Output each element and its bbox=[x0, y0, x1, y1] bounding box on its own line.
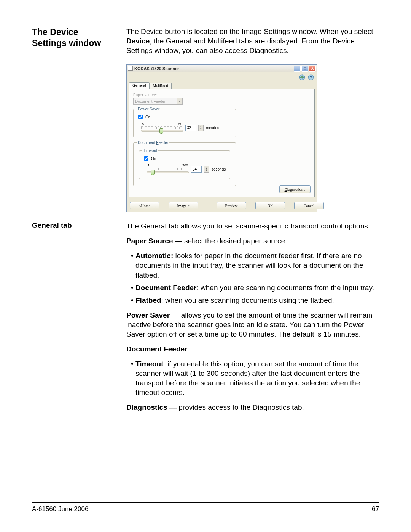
power-saver-value-input[interactable]: 32 bbox=[185, 125, 196, 131]
cancel-button[interactable]: Cancel bbox=[294, 202, 324, 209]
dialog-button-row: < Home Image > Preview OK Cancel bbox=[127, 200, 317, 212]
power-saver-on-label: On bbox=[145, 115, 150, 119]
page-footer: A-61560 June 2006 67 bbox=[32, 502, 379, 513]
chevron-down-icon: ▾ bbox=[177, 98, 182, 104]
bullet-timeout-rest: : if you enable this option, you can set… bbox=[135, 360, 360, 396]
paper-source-desc: Paper Source — select the desired paper … bbox=[126, 236, 379, 246]
general-intro: The General tab allows you to set scanne… bbox=[126, 221, 379, 231]
home-button[interactable]: < Home bbox=[130, 202, 159, 209]
ps-bold: Power Saver bbox=[126, 311, 170, 319]
document-feeder-legend: Document Feeder bbox=[137, 141, 169, 145]
power-saver-spinner[interactable]: ▴▾ bbox=[198, 125, 204, 131]
bullet-auto-bold: Automatic: bbox=[135, 252, 173, 260]
subsection-heading: General tab bbox=[32, 221, 115, 417]
timeout-on-label: On bbox=[151, 157, 156, 161]
power-saver-desc: Power Saver — allows you to set the amou… bbox=[126, 310, 379, 339]
paper-source-bold: Paper Source bbox=[126, 237, 173, 245]
tab-content-panel: Paper source: Document Feeder ▾ Power Sa… bbox=[129, 89, 315, 197]
image-button[interactable]: Image > bbox=[169, 202, 198, 209]
minimize-button[interactable]: _ bbox=[294, 66, 301, 72]
timeout-value-input[interactable]: 34 bbox=[191, 166, 202, 173]
timeout-group: Timeout On 1 300 bbox=[139, 149, 230, 179]
bullet-timeout: Timeout: if you enable this option, you … bbox=[135, 359, 379, 397]
globe-help-icon[interactable]: ? bbox=[307, 73, 315, 81]
document-feeder-heading: Document Feeder bbox=[126, 344, 379, 354]
app-icon bbox=[128, 66, 133, 71]
timeout-slider[interactable] bbox=[147, 168, 189, 175]
footer-doc-id: A-61560 June 2006 bbox=[32, 505, 88, 513]
intro-text-2: , the General and Multifeed tabs are dis… bbox=[126, 37, 355, 54]
window-titlebar: KODAK i1320 Scanner _ □ X bbox=[127, 65, 317, 72]
bullet-document-feeder: Document Feeder: when you are scanning d… bbox=[135, 283, 379, 292]
power-saver-legend: Power Saver bbox=[137, 107, 161, 111]
bullet-fb-rest: : when you are scanning documents using … bbox=[161, 296, 334, 304]
intro-bold: Device bbox=[126, 37, 150, 45]
paper-source-value: Document Feeder bbox=[135, 99, 166, 104]
timeout-spinner[interactable]: ▴▾ bbox=[204, 166, 209, 173]
footer-page-number: 67 bbox=[372, 505, 379, 513]
preview-button[interactable]: Preview bbox=[217, 202, 246, 209]
tab-multifeed[interactable]: Multifeed bbox=[150, 83, 172, 89]
timeout-legend: Timeout bbox=[142, 149, 158, 153]
document-feeder-group: Document Feeder Timeout On 1 bbox=[133, 141, 236, 186]
power-saver-slider-thumb[interactable] bbox=[159, 128, 163, 134]
close-button[interactable]: X bbox=[309, 66, 316, 72]
diagnostics-desc: Diagnostics — provides access to the Dia… bbox=[126, 403, 379, 412]
diag-bold: Diagnostics bbox=[126, 403, 167, 411]
power-saver-slider[interactable] bbox=[141, 126, 183, 133]
globe-left-icon[interactable] bbox=[298, 73, 306, 81]
tab-general[interactable]: General bbox=[129, 82, 150, 89]
body-content: The General tab allows you to set scanne… bbox=[126, 221, 379, 417]
bullet-df-bold: Document Feeder bbox=[135, 284, 196, 292]
paper-source-rest: — select the desired paper source. bbox=[173, 237, 287, 245]
bullet-automatic: Automatic: looks for paper in the docume… bbox=[135, 251, 379, 280]
ps-max-label: 60 bbox=[178, 122, 182, 126]
power-saver-unit: minutes bbox=[206, 126, 219, 130]
power-saver-group: Power Saver On 5 60 bbox=[133, 107, 236, 137]
diagnostics-button[interactable]: Diagnostics... bbox=[279, 185, 311, 193]
intro-paragraph: The Device button is located on the Imag… bbox=[126, 27, 379, 55]
section-heading: The Device Settings window bbox=[32, 27, 115, 55]
to-max-label: 300 bbox=[182, 163, 188, 167]
ps-min-label: 5 bbox=[142, 122, 144, 126]
intro-text-1: The Device button is located on the Imag… bbox=[126, 27, 373, 35]
svg-text:?: ? bbox=[310, 75, 312, 80]
bullet-flatbed: Flatbed: when you are scanning documents… bbox=[135, 296, 379, 305]
bullet-timeout-bold: Timeout bbox=[135, 360, 164, 368]
bullet-df-rest: : when you are scanning documents from t… bbox=[196, 284, 374, 292]
paper-source-label: Paper source: bbox=[133, 93, 311, 97]
timeout-unit: seconds bbox=[212, 167, 226, 171]
timeout-on-checkbox[interactable] bbox=[144, 156, 148, 161]
toolbar: ? bbox=[127, 72, 317, 82]
power-saver-on-checkbox[interactable] bbox=[138, 115, 143, 119]
screenshot-dialog: KODAK i1320 Scanner _ □ X ? General Mult… bbox=[126, 64, 379, 212]
paper-source-select[interactable]: Document Feeder ▾ bbox=[133, 98, 183, 105]
to-min-label: 1 bbox=[148, 163, 150, 167]
timeout-slider-thumb[interactable] bbox=[151, 170, 155, 175]
window-title: KODAK i1320 Scanner bbox=[134, 66, 293, 71]
bullet-fb-bold: Flatbed bbox=[135, 296, 161, 304]
ok-button[interactable]: OK bbox=[255, 202, 285, 209]
diag-rest: — provides access to the Diagnostics tab… bbox=[167, 403, 304, 411]
maximize-button[interactable]: □ bbox=[301, 66, 308, 72]
